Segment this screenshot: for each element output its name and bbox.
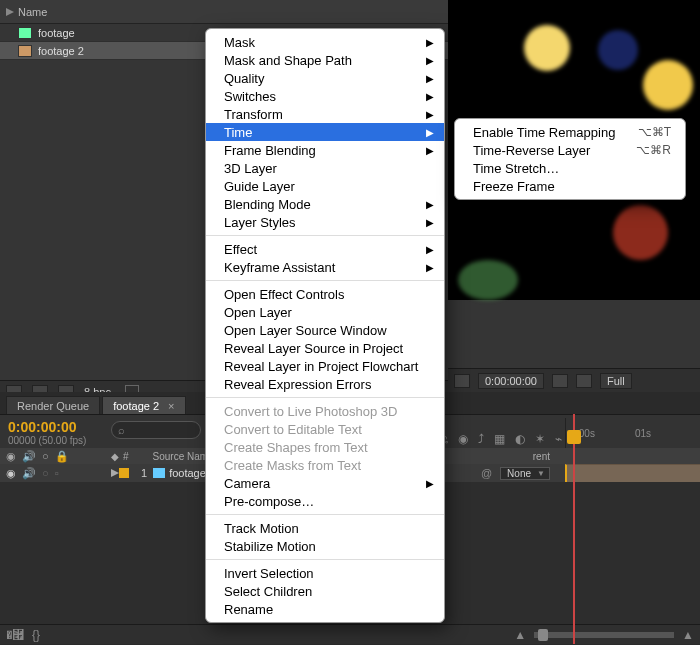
menu-item-label: Rename [224, 602, 273, 617]
menu-item-label: Reveal Expression Errors [224, 377, 371, 392]
menu-item-mask[interactable]: Mask▶ [206, 33, 444, 51]
layer-duration-bar[interactable] [565, 464, 700, 482]
audio-toggle[interactable]: 🔊 [22, 467, 36, 480]
submenu-arrow-icon: ▶ [426, 478, 434, 489]
menu-item-pre-compose[interactable]: Pre-compose… [206, 492, 444, 510]
svg-marker-1 [111, 469, 119, 477]
menu-item-quality[interactable]: Quality▶ [206, 69, 444, 87]
submenu-item-freeze-frame[interactable]: Freeze Frame [455, 177, 685, 195]
menu-item-label: Frame Blending [224, 143, 316, 158]
current-time-indicator[interactable] [573, 414, 575, 644]
menu-item-open-layer[interactable]: Open Layer [206, 303, 444, 321]
twirl-icon[interactable] [111, 469, 119, 477]
frameblend-icon[interactable]: ▦ [494, 432, 505, 446]
menu-item-camera[interactable]: Camera▶ [206, 474, 444, 492]
menu-item-reveal-layer-in-project-flowchart[interactable]: Reveal Layer in Project Flowchart [206, 357, 444, 375]
menu-item-label: Open Effect Controls [224, 287, 344, 302]
current-time-display[interactable]: 0:00:00:00 [8, 419, 97, 435]
menu-item-3d-layer[interactable]: 3D Layer [206, 159, 444, 177]
menu-item-guide-layer[interactable]: Guide Layer [206, 177, 444, 195]
submenu-item-time-reverse-layer[interactable]: Time-Reverse Layer⌥⌘R [455, 141, 685, 159]
toggle-modes-icon[interactable]: {} [32, 628, 40, 642]
menu-item-label: Select Children [224, 584, 312, 599]
preview-timecode[interactable]: 0:00:00:00 [478, 373, 544, 389]
col-index-header[interactable]: # [123, 451, 129, 462]
close-icon[interactable]: × [168, 400, 174, 412]
menu-item-label: Switches [224, 89, 276, 104]
menu-item-label: Blending Mode [224, 197, 311, 212]
submenu-arrow-icon: ▶ [426, 145, 434, 156]
submenu-arrow-icon: ▶ [426, 244, 434, 255]
menu-item-frame-blending[interactable]: Frame Blending▶ [206, 141, 444, 159]
layer-index: 1 [141, 467, 147, 479]
layer-label-swatch[interactable] [119, 468, 129, 478]
menu-item-rename[interactable]: Rename [206, 600, 444, 618]
col-name-header[interactable]: Name [18, 6, 47, 18]
layer-context-menu: Mask▶Mask and Shape Path▶Quality▶Switche… [205, 28, 445, 623]
audio-switch-icon[interactable]: 🔊 [22, 450, 36, 463]
layer-name[interactable]: footage [153, 467, 206, 479]
tab-label: Render Queue [17, 400, 89, 412]
menu-item-reveal-expression-errors[interactable]: Reveal Expression Errors [206, 375, 444, 393]
col-parent-header[interactable]: rent [533, 451, 550, 462]
pickwhip-icon[interactable]: @ [481, 467, 492, 479]
menu-item-label: Convert to Live Photoshop 3D [224, 404, 397, 419]
submenu-item-enable-time-remapping[interactable]: Enable Time Remapping⌥⌘T [455, 123, 685, 141]
zoom-slider[interactable] [534, 632, 674, 638]
menu-item-layer-styles[interactable]: Layer Styles▶ [206, 213, 444, 231]
menu-item-label: Time Stretch… [473, 161, 559, 176]
solo-toggle[interactable]: ○ [42, 467, 49, 480]
menu-item-keyframe-assistant[interactable]: Keyframe Assistant▶ [206, 258, 444, 276]
cti-knob-icon[interactable] [567, 430, 581, 444]
menu-item-blending-mode[interactable]: Blending Mode▶ [206, 195, 444, 213]
zoom-out-icon[interactable]: ▲ [514, 628, 526, 642]
menu-item-reveal-layer-source-in-project[interactable]: Reveal Layer Source in Project [206, 339, 444, 357]
zoom-in-icon[interactable]: ▲ [682, 628, 694, 642]
menu-item-label: Camera [224, 476, 270, 491]
snapshot-icon[interactable] [552, 374, 568, 388]
expand-icon[interactable] [6, 8, 14, 16]
tab-render-queue[interactable]: Render Queue [6, 396, 100, 414]
menu-item-transform[interactable]: Transform▶ [206, 105, 444, 123]
submenu-arrow-icon: ▶ [426, 127, 434, 138]
menu-item-open-effect-controls[interactable]: Open Effect Controls [206, 285, 444, 303]
menu-item-effect[interactable]: Effect▶ [206, 240, 444, 258]
timeline-search-input[interactable]: ⌕ [111, 421, 201, 439]
resolution-dropdown[interactable]: Full [600, 373, 632, 389]
menu-item-mask-and-shape-path[interactable]: Mask and Shape Path▶ [206, 51, 444, 69]
lock-switch-icon[interactable]: 🔒 [55, 450, 69, 463]
menu-item-stabilize-motion[interactable]: Stabilize Motion [206, 537, 444, 555]
video-switch-icon[interactable]: ◉ [6, 450, 16, 463]
menu-item-convert-to-editable-text: Convert to Editable Text [206, 420, 444, 438]
menu-item-open-layer-source-window[interactable]: Open Layer Source Window [206, 321, 444, 339]
menu-item-invert-selection[interactable]: Invert Selection [206, 564, 444, 582]
menu-item-label: Mask and Shape Path [224, 53, 352, 68]
menu-item-track-motion[interactable]: Track Motion [206, 519, 444, 537]
video-toggle[interactable]: ◉ [6, 467, 16, 480]
shy-icon[interactable]: ⤴ [478, 432, 484, 446]
menu-item-label: Create Shapes from Text [224, 440, 368, 455]
time-ruler[interactable]: :00s 01s [565, 418, 700, 448]
menu-item-label: Track Motion [224, 521, 299, 536]
draft3d-icon[interactable]: ◉ [458, 432, 468, 446]
menu-item-time[interactable]: Time▶ [206, 123, 444, 141]
solo-switch-icon[interactable]: ○ [42, 450, 49, 463]
menu-item-label: Quality [224, 71, 264, 86]
submenu-item-time-stretch[interactable]: Time Stretch… [455, 159, 685, 177]
magnification-icon[interactable] [454, 374, 470, 388]
channels-icon[interactable] [576, 374, 592, 388]
tab-composition[interactable]: footage 2 × [102, 396, 185, 414]
lock-toggle[interactable]: ▫ [55, 467, 59, 480]
menu-item-select-children[interactable]: Select Children [206, 582, 444, 600]
submenu-arrow-icon: ▶ [426, 73, 434, 84]
menu-item-label: 3D Layer [224, 161, 277, 176]
brainstorm-icon[interactable]: ✶ [535, 432, 545, 446]
toggle-switches-icon[interactable]: �⿯ [6, 628, 24, 642]
motionblur-icon[interactable]: ◐ [515, 432, 525, 446]
parent-dropdown[interactable]: None [500, 467, 550, 480]
menu-item-label: Transform [224, 107, 283, 122]
graph-editor-icon[interactable]: ⌁ [555, 432, 562, 446]
menu-item-switches[interactable]: Switches▶ [206, 87, 444, 105]
time-submenu: Enable Time Remapping⌥⌘TTime-Reverse Lay… [454, 118, 686, 200]
col-layer-tag-icon[interactable]: ◆ [111, 451, 119, 462]
